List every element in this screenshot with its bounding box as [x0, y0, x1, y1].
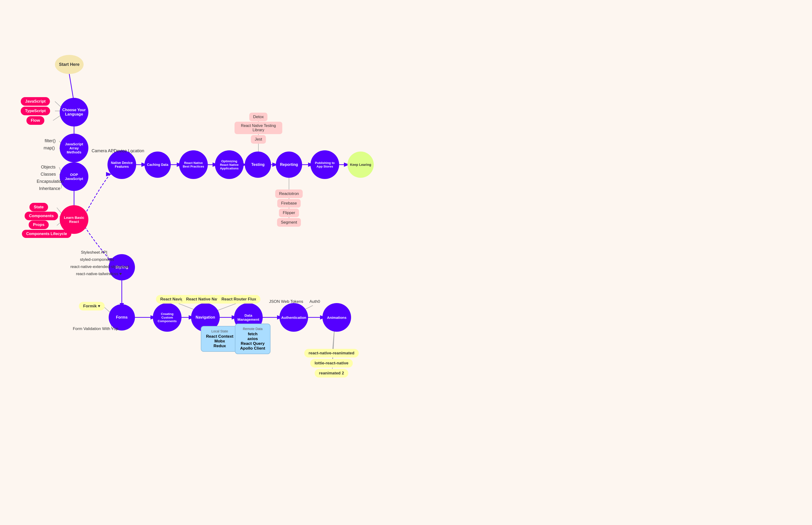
testing-label: Testing: [251, 163, 265, 167]
formik-tag: Formik ♥: [79, 302, 105, 311]
forms-label: Forms: [116, 315, 128, 319]
authentication-node: Authentication: [279, 303, 308, 332]
publishing-label: Publishing to App Stores: [315, 161, 335, 168]
mobx-item: Mobx: [206, 339, 233, 344]
objects-label: Objects: [41, 165, 55, 170]
navigation-label: Navigation: [195, 315, 215, 319]
choose-language-label: Choose Your Language: [62, 108, 86, 117]
camera-api-label: Camera API: [91, 148, 115, 153]
apollo-client-item: Apollo Client: [240, 346, 265, 351]
publishing-node: Publishing to App Stores: [310, 150, 339, 179]
segment-tag: Segment: [277, 218, 301, 227]
creating-custom-components-label: Creating Custom Components: [158, 312, 176, 323]
data-management-label: Data Management: [237, 313, 259, 321]
native-device-features-label: Native Device Features: [111, 161, 132, 168]
remote-data-box: Remote Data fetch axios React Query Apol…: [235, 324, 271, 354]
native-device-features-node: Native Device Features: [107, 150, 136, 179]
components-lifecycle-tag: Components Lifecycle: [22, 230, 71, 238]
reactotron-tag: Reactotron: [275, 190, 303, 198]
js-array-methods-label: JavaScript Array Methods: [65, 142, 83, 154]
react-router-flux-tag: React Router Flux: [217, 295, 260, 303]
start-here-node: Start Here: [55, 55, 84, 74]
keep-learning-label: Keep Learing: [350, 163, 371, 167]
reporting-node: Reporting: [276, 151, 302, 178]
auth0-label: Auth0: [309, 299, 320, 304]
map-label: map(): [43, 146, 55, 151]
rn-reanimated-tag: react-native-reanimated: [304, 349, 359, 358]
form-validation-label: Form Validation With Yup: [73, 327, 118, 331]
lottie-tag: lottie-react-native: [310, 359, 353, 368]
oop-javascript-node: OOP JavaScript: [60, 162, 88, 191]
jest-tag: Jest: [251, 135, 266, 144]
components-tag: Components: [25, 212, 58, 220]
react-native-best-practices-node: React Native Best Practices: [179, 150, 208, 179]
state-tag: State: [29, 203, 48, 211]
caching-data-node: Caching Data: [145, 151, 171, 178]
axios-item: axios: [240, 336, 265, 341]
testing-node: Testing: [245, 151, 271, 178]
authentication-label: Authentication: [281, 315, 306, 319]
svg-line-43: [104, 306, 110, 313]
rn-tailwindcss-label: react-native-tailwindcss ♥: [76, 272, 122, 276]
flow-tag: Flow: [27, 116, 44, 125]
props-tag: Props: [29, 221, 49, 229]
stylesheet-api-label: Stylesheet API: [81, 250, 107, 255]
svg-line-47: [215, 303, 236, 311]
inheritance-label: Inheritance: [39, 186, 60, 191]
encapsulation-label: Encapsulation: [37, 179, 63, 184]
javascript-tag: JavaScript: [21, 97, 50, 106]
rn-best-practices-label: React Native Best Practices: [183, 161, 204, 168]
choose-language-node: Choose Your Language: [60, 98, 88, 126]
rn-extended-stylesheet-label: react-native-extended-stylesheet: [70, 265, 129, 269]
rn-testing-library-tag: React Native Testing Library: [234, 122, 282, 134]
detox-tag: Detox: [249, 112, 267, 121]
fetch-item: fetch: [240, 332, 265, 336]
firebase-tag: Firebase: [277, 199, 301, 208]
local-state-title: Local State: [206, 329, 233, 333]
filter-label: filter(): [45, 138, 56, 144]
learn-basic-react-node: Learn Basic React: [60, 205, 88, 234]
device-location-label: Device Location: [114, 148, 144, 153]
json-web-tokens-label: JSON Web Tokens: [269, 299, 303, 304]
caching-data-label: Caching Data: [147, 163, 168, 167]
optimizing-label: Optimizing React Native Applications: [220, 160, 238, 170]
react-query-item: React Query: [240, 341, 265, 346]
animations-node: Animations: [322, 303, 351, 332]
start-here-label: Start Here: [59, 62, 79, 67]
learn-basic-react-label: Learn Basic React: [64, 215, 84, 224]
flipper-tag: Flipper: [279, 209, 299, 217]
animations-label: Animations: [327, 315, 347, 319]
redux-item: Redux: [206, 344, 233, 348]
local-state-box: Local State React Context Mobx Redux: [201, 326, 238, 352]
classes-label: Classes: [41, 172, 56, 177]
remote-data-title: Remote Data: [240, 327, 265, 331]
reanimated2-tag: reanimated 2: [315, 369, 348, 377]
react-context-item: React Context: [206, 334, 233, 339]
reporting-label: Reporting: [280, 163, 298, 167]
styled-components-label: styled-components: [80, 257, 114, 262]
typescript-tag: TypeScript: [21, 107, 50, 115]
js-array-methods-node: JavaScript Array Methods: [60, 134, 88, 162]
keep-learning-node: Keep Learing: [347, 151, 374, 178]
creating-custom-components-node: Creating Custom Components: [153, 303, 182, 332]
optimizing-node: Optimizing React Native Applications: [215, 150, 244, 179]
oop-javascript-label: OOP JavaScript: [65, 172, 83, 181]
